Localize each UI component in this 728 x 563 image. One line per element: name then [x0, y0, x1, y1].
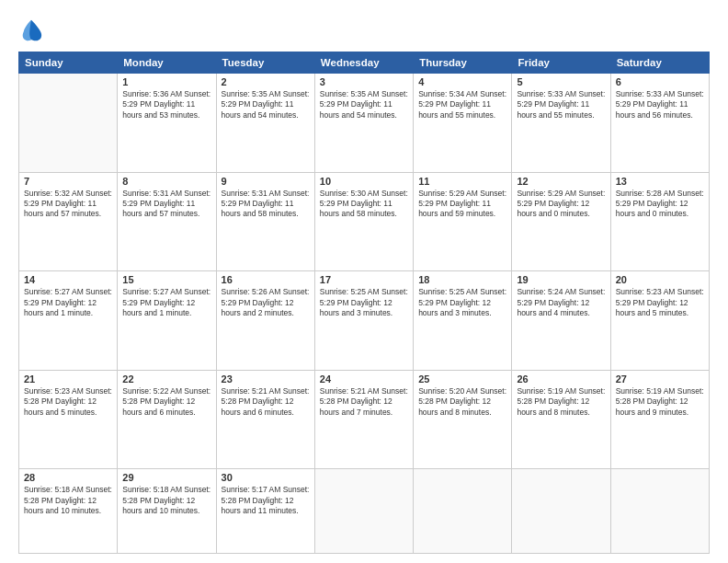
- day-detail: Sunrise: 5:31 AM Sunset: 5:29 PM Dayligh…: [222, 189, 310, 220]
- day-detail: Sunrise: 5:20 AM Sunset: 5:28 PM Dayligh…: [418, 386, 506, 418]
- day-number: 25: [418, 373, 506, 385]
- calendar-cell: [512, 469, 610, 554]
- day-number: 28: [24, 472, 112, 483]
- day-detail: Sunrise: 5:25 AM Sunset: 5:29 PM Dayligh…: [320, 287, 408, 318]
- calendar-cell: 17Sunrise: 5:25 AM Sunset: 5:29 PM Dayli…: [314, 271, 413, 371]
- calendar-cell: 6Sunrise: 5:33 AM Sunset: 5:29 PM Daylig…: [610, 74, 709, 173]
- day-number: 18: [418, 274, 506, 285]
- weekday-thursday: Thursday: [414, 52, 512, 74]
- day-detail: Sunrise: 5:28 AM Sunset: 5:29 PM Dayligh…: [616, 189, 704, 220]
- weekday-tuesday: Tuesday: [216, 52, 314, 74]
- calendar-cell: 24Sunrise: 5:21 AM Sunset: 5:28 PM Dayli…: [314, 370, 413, 469]
- calendar-cell: 15Sunrise: 5:27 AM Sunset: 5:29 PM Dayli…: [118, 271, 216, 371]
- day-detail: Sunrise: 5:29 AM Sunset: 5:29 PM Dayligh…: [517, 189, 605, 220]
- calendar-cell: 7Sunrise: 5:32 AM Sunset: 5:29 PM Daylig…: [19, 172, 118, 271]
- calendar-cell: [314, 469, 413, 554]
- day-number: 16: [222, 274, 310, 285]
- day-number: 12: [517, 176, 605, 187]
- header: [18, 17, 710, 42]
- calendar-cell: 8Sunrise: 5:31 AM Sunset: 5:29 PM Daylig…: [118, 172, 216, 271]
- day-detail: Sunrise: 5:26 AM Sunset: 5:29 PM Dayligh…: [222, 287, 310, 318]
- calendar-week-row: 28Sunrise: 5:18 AM Sunset: 5:28 PM Dayli…: [19, 469, 710, 554]
- day-detail: Sunrise: 5:34 AM Sunset: 5:29 PM Dayligh…: [418, 89, 506, 121]
- calendar-cell: 22Sunrise: 5:22 AM Sunset: 5:28 PM Dayli…: [118, 370, 216, 469]
- weekday-sunday: Sunday: [19, 52, 118, 74]
- weekday-friday: Friday: [512, 52, 610, 74]
- calendar-cell: [19, 74, 118, 173]
- day-detail: Sunrise: 5:27 AM Sunset: 5:29 PM Dayligh…: [122, 287, 210, 318]
- calendar-cell: 4Sunrise: 5:34 AM Sunset: 5:29 PM Daylig…: [414, 74, 512, 173]
- day-detail: Sunrise: 5:21 AM Sunset: 5:28 PM Dayligh…: [222, 386, 310, 418]
- day-detail: Sunrise: 5:17 AM Sunset: 5:28 PM Dayligh…: [222, 485, 310, 516]
- calendar-week-row: 21Sunrise: 5:23 AM Sunset: 5:28 PM Dayli…: [19, 370, 710, 469]
- calendar-cell: 5Sunrise: 5:33 AM Sunset: 5:29 PM Daylig…: [512, 74, 610, 173]
- calendar-table: SundayMondayTuesdayWednesdayThursdayFrid…: [18, 52, 710, 554]
- calendar-cell: [414, 469, 512, 554]
- day-number: 6: [616, 76, 704, 87]
- day-number: 20: [616, 274, 704, 285]
- day-detail: Sunrise: 5:21 AM Sunset: 5:28 PM Dayligh…: [320, 386, 408, 418]
- calendar-cell: 16Sunrise: 5:26 AM Sunset: 5:29 PM Dayli…: [216, 271, 314, 371]
- calendar-week-row: 7Sunrise: 5:32 AM Sunset: 5:29 PM Daylig…: [19, 172, 710, 271]
- day-detail: Sunrise: 5:36 AM Sunset: 5:29 PM Dayligh…: [122, 89, 210, 121]
- day-detail: Sunrise: 5:32 AM Sunset: 5:29 PM Dayligh…: [24, 189, 112, 220]
- day-number: 17: [320, 274, 408, 285]
- page: SundayMondayTuesdayWednesdayThursdayFrid…: [0, 0, 728, 563]
- day-number: 26: [517, 373, 605, 385]
- calendar-cell: 12Sunrise: 5:29 AM Sunset: 5:29 PM Dayli…: [512, 172, 610, 271]
- calendar-cell: 23Sunrise: 5:21 AM Sunset: 5:28 PM Dayli…: [216, 370, 314, 469]
- day-detail: Sunrise: 5:18 AM Sunset: 5:28 PM Dayligh…: [122, 485, 210, 516]
- day-number: 5: [517, 76, 605, 87]
- day-number: 3: [320, 76, 408, 87]
- calendar-week-row: 14Sunrise: 5:27 AM Sunset: 5:29 PM Dayli…: [19, 271, 710, 371]
- calendar-cell: 1Sunrise: 5:36 AM Sunset: 5:29 PM Daylig…: [118, 74, 216, 173]
- calendar-week-row: 1Sunrise: 5:36 AM Sunset: 5:29 PM Daylig…: [19, 74, 710, 173]
- day-number: 4: [418, 76, 506, 87]
- calendar-cell: 13Sunrise: 5:28 AM Sunset: 5:29 PM Dayli…: [610, 172, 709, 271]
- day-number: 10: [320, 176, 408, 187]
- calendar-cell: 21Sunrise: 5:23 AM Sunset: 5:28 PM Dayli…: [19, 370, 118, 469]
- day-detail: Sunrise: 5:35 AM Sunset: 5:29 PM Dayligh…: [320, 89, 408, 121]
- day-number: 9: [222, 176, 310, 187]
- day-detail: Sunrise: 5:30 AM Sunset: 5:29 PM Dayligh…: [320, 189, 408, 220]
- calendar-cell: 27Sunrise: 5:19 AM Sunset: 5:28 PM Dayli…: [610, 370, 709, 469]
- day-number: 29: [122, 472, 210, 483]
- day-detail: Sunrise: 5:23 AM Sunset: 5:28 PM Dayligh…: [24, 386, 112, 418]
- calendar-cell: 19Sunrise: 5:24 AM Sunset: 5:29 PM Dayli…: [512, 271, 610, 371]
- logo: [18, 17, 48, 42]
- calendar-cell: 29Sunrise: 5:18 AM Sunset: 5:28 PM Dayli…: [118, 469, 216, 554]
- calendar-cell: 20Sunrise: 5:23 AM Sunset: 5:29 PM Dayli…: [610, 271, 709, 371]
- calendar-cell: 9Sunrise: 5:31 AM Sunset: 5:29 PM Daylig…: [216, 172, 314, 271]
- day-detail: Sunrise: 5:25 AM Sunset: 5:29 PM Dayligh…: [418, 287, 506, 318]
- logo-icon: [18, 17, 44, 42]
- weekday-monday: Monday: [118, 52, 216, 74]
- calendar-cell: 26Sunrise: 5:19 AM Sunset: 5:28 PM Dayli…: [512, 370, 610, 469]
- weekday-header-row: SundayMondayTuesdayWednesdayThursdayFrid…: [19, 52, 710, 74]
- weekday-saturday: Saturday: [610, 52, 709, 74]
- day-number: 11: [418, 176, 506, 187]
- day-detail: Sunrise: 5:19 AM Sunset: 5:28 PM Dayligh…: [517, 386, 605, 418]
- day-number: 15: [122, 274, 210, 285]
- day-detail: Sunrise: 5:22 AM Sunset: 5:28 PM Dayligh…: [122, 386, 210, 418]
- calendar-cell: 25Sunrise: 5:20 AM Sunset: 5:28 PM Dayli…: [414, 370, 512, 469]
- day-number: 13: [616, 176, 704, 187]
- day-number: 30: [222, 472, 310, 483]
- day-number: 22: [122, 373, 210, 385]
- day-detail: Sunrise: 5:19 AM Sunset: 5:28 PM Dayligh…: [616, 386, 704, 418]
- day-detail: Sunrise: 5:33 AM Sunset: 5:29 PM Dayligh…: [517, 89, 605, 121]
- calendar-cell: 30Sunrise: 5:17 AM Sunset: 5:28 PM Dayli…: [216, 469, 314, 554]
- day-number: 7: [24, 176, 112, 187]
- day-number: 27: [616, 373, 704, 385]
- day-number: 19: [517, 274, 605, 285]
- day-detail: Sunrise: 5:31 AM Sunset: 5:29 PM Dayligh…: [122, 189, 210, 220]
- calendar-cell: 14Sunrise: 5:27 AM Sunset: 5:29 PM Dayli…: [19, 271, 118, 371]
- day-detail: Sunrise: 5:23 AM Sunset: 5:29 PM Dayligh…: [616, 287, 704, 318]
- day-number: 8: [122, 176, 210, 187]
- day-number: 14: [24, 274, 112, 285]
- day-detail: Sunrise: 5:35 AM Sunset: 5:29 PM Dayligh…: [222, 89, 310, 121]
- day-detail: Sunrise: 5:18 AM Sunset: 5:28 PM Dayligh…: [24, 485, 112, 516]
- calendar-cell: 11Sunrise: 5:29 AM Sunset: 5:29 PM Dayli…: [414, 172, 512, 271]
- day-number: 1: [122, 76, 210, 87]
- day-number: 23: [222, 373, 310, 385]
- day-detail: Sunrise: 5:29 AM Sunset: 5:29 PM Dayligh…: [418, 189, 506, 220]
